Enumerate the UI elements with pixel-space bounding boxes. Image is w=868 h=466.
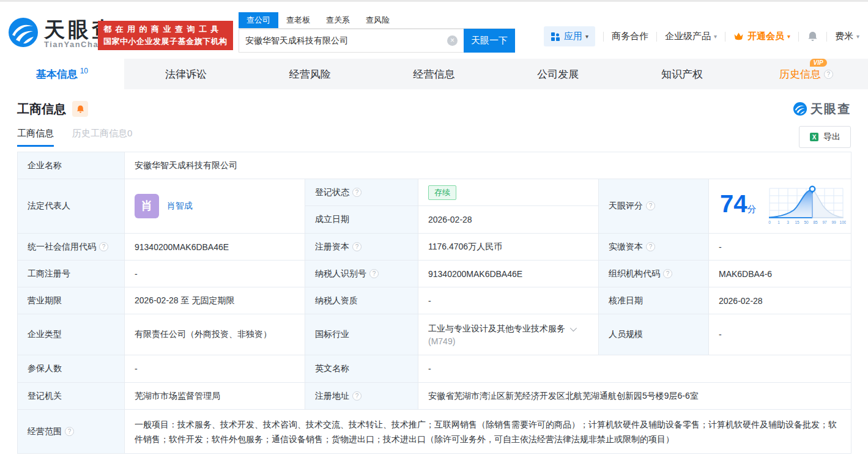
tab-operating-info[interactable]: 经营信息 [372, 59, 496, 89]
biz-term-label: 营业期限 [18, 287, 125, 314]
svg-text:85: 85 [813, 220, 818, 224]
company-section-tabs: 基本信息 10 法律诉讼 经营风险 经营信息 公司发展 知识产权 历史信息 VI… [0, 59, 868, 89]
reg-authority-value: 芜湖市市场监督管理局 [125, 383, 305, 410]
top-header: 天眼查 TianYanCha.com 都在用的商业查询工具 国家中小企业发展子基… [0, 0, 868, 59]
legal-rep-cell: 肖 肖智成 [125, 179, 305, 234]
table-row: 营业期限 2026-02-28 至 无固定期限 纳税人资质 - 核准日期 202… [18, 287, 851, 314]
company-name-value: 安徽华智天成科技有限公司 [125, 152, 851, 179]
reg-number-label: 工商注册号 [18, 261, 125, 287]
tab-count: 10 [80, 67, 88, 75]
caret-down-icon: ▾ [787, 33, 790, 40]
tab-legal[interactable]: 法律诉讼 [124, 59, 248, 89]
paid-capital-label: 实缴资本? [599, 234, 709, 261]
tab-company-development[interactable]: 公司发展 [496, 59, 620, 89]
reg-status-label: 登记状态? [305, 179, 418, 206]
clear-search-icon[interactable]: × [447, 35, 458, 46]
apps-menu[interactable]: 应用 ▾ [544, 26, 595, 46]
industry-value: 工业与专业设计及其他专业技术服务 (M749) [418, 314, 599, 355]
divider [656, 32, 657, 42]
subtab-history-business-info[interactable]: 历史工商信息0 [72, 128, 132, 147]
tab-operating-risk[interactable]: 经营风险 [248, 59, 372, 89]
table-row: 经营范围? 一般项目：技术服务、技术开发、技术咨询、技术交流、技术转让、技术推广… [18, 410, 851, 454]
taxpayer-qual-value: - [418, 287, 599, 314]
subtab-business-info[interactable]: 工商信息 [17, 128, 54, 147]
notifications-bell[interactable] [807, 31, 818, 42]
help-icon[interactable]: ? [65, 427, 74, 436]
table-row: 企业名称 安徽华智天成科技有限公司 [18, 152, 851, 179]
reg-authority-label: 登记机关 [18, 383, 125, 410]
help-icon[interactable]: ? [352, 242, 362, 251]
company-name-label: 企业名称 [18, 152, 125, 179]
search-tab-relation[interactable]: 查关系 [318, 12, 358, 28]
reg-capital-label: 注册资本? [305, 234, 418, 261]
svg-text:99: 99 [831, 220, 836, 224]
search-tab-company[interactable]: 查公司 [239, 12, 278, 28]
table-row: 工商注册号 - 纳税人识别号? 91340200MAK6DBA46E 组织机构代… [18, 261, 851, 287]
uscc-label: 统一社会信用代码? [18, 234, 125, 261]
status-badge: 存续 [428, 185, 456, 200]
svg-text:15: 15 [795, 220, 799, 224]
tab-history-info[interactable]: 历史信息 VIP ? [744, 59, 868, 89]
help-icon[interactable]: ? [646, 201, 655, 210]
svg-text:50: 50 [804, 220, 809, 224]
help-icon[interactable]: ? [369, 269, 379, 278]
legal-rep-link[interactable]: 肖智成 [167, 201, 193, 212]
help-icon[interactable]: ? [99, 242, 108, 251]
vip-badge: VIP [810, 59, 827, 67]
tab-intellectual-property[interactable]: 知识产权 [620, 59, 744, 89]
divider [826, 32, 827, 42]
staff-size-value: - [709, 314, 851, 355]
export-button[interactable]: X 导出 [799, 126, 851, 148]
help-icon[interactable]: ? [824, 70, 833, 79]
org-code-value: MAK6DBA4-6 [709, 261, 851, 287]
legal-rep-avatar: 肖 [135, 194, 159, 218]
score-label: 天眼评分? [599, 179, 709, 234]
search-tab-boss[interactable]: 查老板 [278, 12, 318, 28]
org-code-label: 组织机构代码? [599, 261, 709, 287]
reg-status-value: 存续 [418, 179, 599, 206]
tianyancha-logo-icon [793, 102, 807, 116]
svg-text:X: X [812, 134, 817, 141]
reg-capital-value: 1176.4706万人民币 [418, 234, 599, 261]
subscribe-bell-button[interactable] [72, 101, 88, 117]
user-menu[interactable]: 费米 ▾ [835, 31, 859, 42]
chevron-down-icon[interactable] [570, 324, 577, 331]
caret-down-icon: ▾ [714, 33, 717, 40]
table-row: 参保人数 - 英文名称 - [18, 355, 851, 383]
est-date-value: 2026-02-28 [418, 206, 599, 234]
svg-text:1: 1 [777, 220, 780, 224]
help-icon[interactable]: ? [352, 391, 362, 401]
table-row: 法定代表人 肖 肖智成 登记状态? 存续 天眼评分? 74分 [18, 179, 851, 206]
divider [725, 32, 725, 42]
search-button[interactable]: 天眼一下 [464, 29, 515, 53]
est-date-label: 成立日期 [305, 206, 418, 234]
help-icon[interactable]: ? [352, 188, 362, 197]
watermark-text: 天眼查 [811, 101, 851, 117]
help-icon[interactable]: ? [646, 242, 655, 251]
section-title: 工商信息 [17, 101, 66, 117]
table-row: 统一社会信用代码? 91340200MAK6DBA46E 注册资本? 1176.… [18, 234, 851, 261]
bell-icon [807, 31, 818, 42]
tianyancha-logo-icon [7, 17, 39, 51]
approval-date-label: 核准日期 [599, 287, 709, 314]
caret-down-icon: ▾ [585, 33, 588, 40]
search-tab-risk[interactable]: 查风险 [358, 12, 398, 28]
industry-label: 国标行业 [305, 314, 418, 355]
svg-text:97: 97 [822, 220, 827, 224]
nav-cooperation[interactable]: 商务合作 [612, 31, 648, 42]
watermark-logo: 天眼查 [793, 101, 851, 117]
top-nav: 应用 ▾ 商务合作 企业级产品 ▾ 开通会员 ▾ [544, 26, 859, 46]
legal-rep-label: 法定代表人 [18, 179, 125, 234]
crown-icon [733, 32, 744, 41]
insured-label: 参保人数 [18, 355, 125, 383]
help-icon[interactable]: ? [663, 269, 672, 278]
apps-grid-icon [551, 32, 560, 42]
approval-date-value: 2026-02-28 [709, 287, 851, 314]
nav-enterprise[interactable]: 企业级产品 ▾ [665, 31, 717, 42]
nav-open-vip[interactable]: 开通会员 ▾ [733, 31, 790, 42]
search-input[interactable] [239, 29, 464, 53]
tab-basic-info[interactable]: 基本信息 10 [0, 59, 124, 89]
slogan-line1: 都在用的商业查询工具 [103, 23, 228, 35]
slogan-line2: 国家中小企业发展子基金旗下机构 [103, 35, 228, 48]
insured-value: - [125, 355, 305, 383]
